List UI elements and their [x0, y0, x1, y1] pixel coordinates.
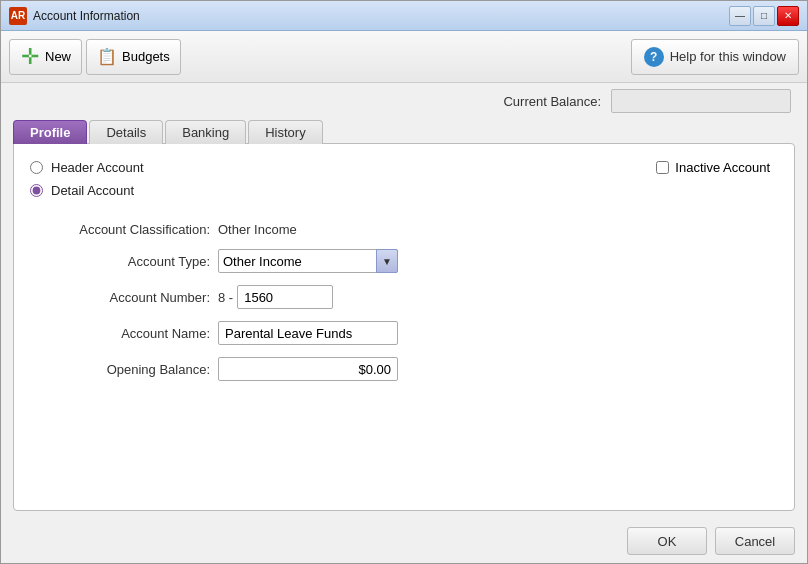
account-type-form-row: Account Type: Other Income ▼ [30, 249, 778, 273]
app-icon: AR [9, 7, 27, 25]
balance-value-field [611, 89, 791, 113]
new-icon: ✛ [20, 47, 40, 67]
main-window: AR Account Information — □ ✕ ✛ New 📋 Bud… [0, 0, 808, 564]
profile-tab-content: Header Account Detail Account Inactive A… [13, 143, 795, 511]
close-button[interactable]: ✕ [777, 6, 799, 26]
budgets-button[interactable]: 📋 Budgets [86, 39, 181, 75]
account-type-select[interactable]: Other Income [218, 249, 398, 273]
account-number-row: Account Number: 8 - [30, 285, 778, 309]
window-controls: — □ ✕ [729, 6, 799, 26]
new-button[interactable]: ✛ New [9, 39, 82, 75]
account-type-group: Header Account Detail Account [30, 160, 144, 198]
account-type-dropdown-arrow[interactable]: ▼ [376, 249, 398, 273]
detail-account-label: Detail Account [51, 183, 134, 198]
inactive-account-label: Inactive Account [675, 160, 770, 175]
help-icon: ? [644, 47, 664, 67]
tab-history[interactable]: History [248, 120, 322, 144]
opening-balance-row: Opening Balance: [30, 357, 778, 381]
header-account-label: Header Account [51, 160, 144, 175]
bottom-bar: OK Cancel [1, 519, 807, 563]
balance-label: Current Balance: [503, 94, 601, 109]
opening-balance-input[interactable] [218, 357, 398, 381]
tab-bar: Profile Details Banking History [13, 119, 795, 143]
tab-details[interactable]: Details [89, 120, 163, 144]
account-type-row: Header Account Detail Account Inactive A… [30, 160, 778, 214]
balance-row: Current Balance: [1, 83, 807, 119]
maximize-button[interactable]: □ [753, 6, 775, 26]
inactive-account-checkbox[interactable] [656, 161, 669, 174]
header-account-option[interactable]: Header Account [30, 160, 144, 175]
header-account-radio[interactable] [30, 161, 43, 174]
account-number-input-group: 8 - [218, 285, 333, 309]
account-number-input[interactable] [237, 285, 333, 309]
account-name-row: Account Name: [30, 321, 778, 345]
detail-account-option[interactable]: Detail Account [30, 183, 144, 198]
minimize-button[interactable]: — [729, 6, 751, 26]
cancel-button[interactable]: Cancel [715, 527, 795, 555]
account-number-label: Account Number: [30, 290, 210, 305]
title-bar: AR Account Information — □ ✕ [1, 1, 807, 31]
help-button[interactable]: ? Help for this window [631, 39, 799, 75]
main-content: Profile Details Banking History Header A… [1, 119, 807, 519]
ok-button[interactable]: OK [627, 527, 707, 555]
opening-balance-label: Opening Balance: [30, 362, 210, 377]
toolbar: ✛ New 📋 Budgets ? Help for this window [1, 31, 807, 83]
classification-value: Other Income [218, 222, 297, 237]
form-fields: Account Classification: Other Income Acc… [30, 222, 778, 393]
account-number-prefix: 8 - [218, 290, 233, 305]
tab-profile[interactable]: Profile [13, 120, 87, 144]
account-type-label: Account Type: [30, 254, 210, 269]
classification-row: Account Classification: Other Income [30, 222, 778, 237]
account-type-select-wrapper: Other Income ▼ [218, 249, 398, 273]
account-name-label: Account Name: [30, 326, 210, 341]
detail-account-radio[interactable] [30, 184, 43, 197]
tab-banking[interactable]: Banking [165, 120, 246, 144]
window-title: Account Information [33, 9, 729, 23]
inactive-account-container: Inactive Account [656, 160, 770, 175]
classification-label: Account Classification: [30, 222, 210, 237]
account-name-input[interactable] [218, 321, 398, 345]
budgets-icon: 📋 [97, 47, 117, 67]
